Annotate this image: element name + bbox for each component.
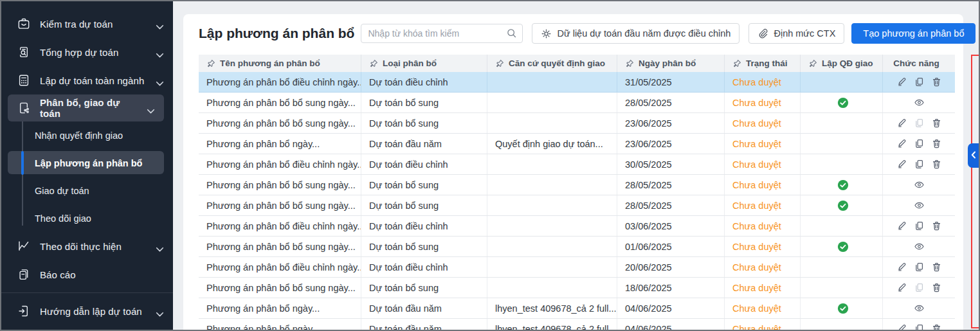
edit-button[interactable] <box>896 262 907 273</box>
ctx-norms-button[interactable]: Định mức CTX <box>749 23 844 44</box>
copy-button[interactable] <box>914 282 925 293</box>
sidebar-item[interactable]: Theo dõi thực hiện <box>1 232 173 260</box>
sidebar-item[interactable]: Hướng dẫn lập dự toán <box>1 297 173 325</box>
cell-name: Phương án phân bổ bổ sung ngày... <box>199 113 361 133</box>
check-circle-icon <box>837 200 849 211</box>
column-header[interactable]: Trạng thái <box>725 55 801 72</box>
edit-button[interactable] <box>896 138 907 149</box>
copy-button[interactable] <box>914 138 925 149</box>
cell-qd-giao <box>801 93 883 112</box>
panel-collapse-handle[interactable] <box>968 143 979 168</box>
edit-button[interactable] <box>896 159 907 170</box>
table-row[interactable]: Phương án phân bổ ngày...Dự toán đầu năm… <box>199 319 955 331</box>
cell-name: Phương án phân bổ điều chỉnh ngày... <box>199 216 361 236</box>
column-header[interactable]: Chức năng <box>883 55 955 72</box>
create-allocation-plan-button[interactable]: Tạo phương án phân bổ <box>851 23 975 44</box>
table-row[interactable]: Phương án phân bổ bổ sung ngày...Dự toán… <box>199 237 955 257</box>
edit-button[interactable] <box>896 282 907 293</box>
cell-date: 18/06/2025 <box>617 278 725 298</box>
sidebar-item[interactable]: Báo cáo <box>1 260 173 289</box>
sidebar-item[interactable]: Kiểm tra dự toán <box>1 10 173 38</box>
copy-button[interactable] <box>914 118 925 129</box>
table-row[interactable]: Phương án phân bổ ngày...Dự toán đầu năm… <box>199 298 955 319</box>
pin-icon <box>625 59 634 68</box>
cell-qd-giao <box>801 237 883 256</box>
column-header[interactable]: Loại phân bổ <box>361 55 487 72</box>
sidebar-item[interactable]: Lập dự toán toàn ngành <box>1 66 173 94</box>
sidebar-subitem-label: Theo dõi giao <box>35 213 91 224</box>
column-header[interactable]: Căn cứ quyết định giao <box>487 55 617 72</box>
column-header-label: Ngày phân bổ <box>639 58 696 68</box>
table-row[interactable]: Phương án phân bổ điều chỉnh ngày...Dự t… <box>199 216 955 237</box>
edit-button[interactable] <box>896 118 907 129</box>
copy-button[interactable] <box>914 323 925 331</box>
column-header[interactable]: Tên phương án phân bổ <box>199 55 361 72</box>
view-button[interactable] <box>914 200 925 211</box>
sidebar-subitem[interactable]: Giao dự toán <box>1 177 173 204</box>
sidebar-item[interactable]: Phân bổ, giao dự toán <box>8 94 164 121</box>
copy-button[interactable] <box>914 76 925 87</box>
copy-icon <box>914 282 925 293</box>
delete-button[interactable] <box>931 76 942 87</box>
sidebar-subitem[interactable]: Nhận quyết định giao <box>1 121 173 149</box>
sidebar-item-label: Tổng hợp dự toán <box>40 47 147 58</box>
copy-button[interactable] <box>914 220 925 231</box>
table-row[interactable]: Phương án phân bổ điều chỉnh ngày...Dự t… <box>199 257 955 278</box>
table-header-row: Tên phương án phân bổLoại phân bổCăn cứ … <box>199 55 955 72</box>
table-row[interactable]: Phương án phân bổ bổ sung ngày...Dự toán… <box>199 278 955 298</box>
gear-icon <box>541 28 552 39</box>
sidebar-item-label: Báo cáo <box>40 269 164 280</box>
delete-button[interactable] <box>931 262 942 273</box>
search-input[interactable] <box>361 24 523 43</box>
pencil-icon <box>896 159 907 170</box>
column-header[interactable]: Lập QĐ giao <box>801 55 883 72</box>
briefcase-icon <box>17 17 31 31</box>
edit-button[interactable] <box>896 76 907 87</box>
column-header[interactable]: Ngày phân bổ <box>617 55 725 72</box>
cell-date: 20/06/2025 <box>617 257 725 277</box>
delete-button[interactable] <box>931 159 942 170</box>
copy-icon <box>914 262 925 273</box>
search-box <box>361 24 523 43</box>
view-button[interactable] <box>914 97 925 108</box>
table-row[interactable]: Phương án phân bổ điều chỉnh ngày...Dự t… <box>199 72 955 93</box>
adjusted-budget-data-button[interactable]: Dữ liệu dự toán đầu năm được điều chỉnh <box>532 23 740 44</box>
view-button[interactable] <box>914 241 925 252</box>
cell-type: Dự toán điều chỉnh <box>361 72 487 92</box>
delete-button[interactable] <box>931 138 942 149</box>
copy-button[interactable] <box>914 262 925 273</box>
table-row[interactable]: Phương án phân bổ bổ sung ngày...Dự toán… <box>199 175 955 195</box>
table-row[interactable]: Phương án phân bổ điều chỉnh ngày...Dự t… <box>199 154 955 175</box>
cell-basis: Quyết định giao dự toán... <box>487 134 617 154</box>
view-button[interactable] <box>914 179 925 190</box>
cell-basis: lhyen_test 409678_cả 2 full... <box>487 319 617 331</box>
delete-button[interactable] <box>931 220 942 231</box>
view-button[interactable] <box>914 303 925 314</box>
cell-name: Phương án phân bổ bổ sung ngày... <box>199 93 361 112</box>
edit-button[interactable] <box>896 220 907 231</box>
cell-basis <box>487 278 617 298</box>
cell-date: 01/06/2025 <box>617 237 725 256</box>
sidebar-subitem[interactable]: Theo dõi giao <box>1 204 173 232</box>
delete-button[interactable] <box>931 282 942 293</box>
pin-icon <box>495 59 504 68</box>
delete-button[interactable] <box>931 323 942 331</box>
delete-button[interactable] <box>931 118 942 129</box>
table-row[interactable]: Phương án phân bổ bổ sung ngày...Dự toán… <box>199 93 955 113</box>
table-row[interactable]: Phương án phân bổ ngày...Dự toán đầu năm… <box>199 134 955 154</box>
sidebar-subitem[interactable]: Lập phương án phân bổ <box>1 149 173 177</box>
cell-qd-giao <box>801 113 883 133</box>
copy-button[interactable] <box>914 159 925 170</box>
sidebar-item[interactable]: Tổng hợp dự toán <box>1 38 173 66</box>
chevron-down-icon <box>156 21 164 27</box>
cell-type: Dự toán điều chỉnh <box>361 154 487 174</box>
cell-type: Dự toán bổ sung <box>361 237 487 256</box>
pin-icon <box>808 59 817 68</box>
table-row[interactable]: Phương án phân bổ bổ sung ngày...Dự toán… <box>199 195 955 216</box>
edit-button[interactable] <box>896 323 907 331</box>
pencil-icon <box>896 76 907 87</box>
chevron-down-icon <box>147 105 155 111</box>
table-row[interactable]: Phương án phân bổ bổ sung ngày...Dự toán… <box>199 113 955 134</box>
cell-qd-giao <box>801 134 883 154</box>
content-card: Lập phương án phân bổ Dữ liệu dự toán đầ… <box>183 14 963 331</box>
